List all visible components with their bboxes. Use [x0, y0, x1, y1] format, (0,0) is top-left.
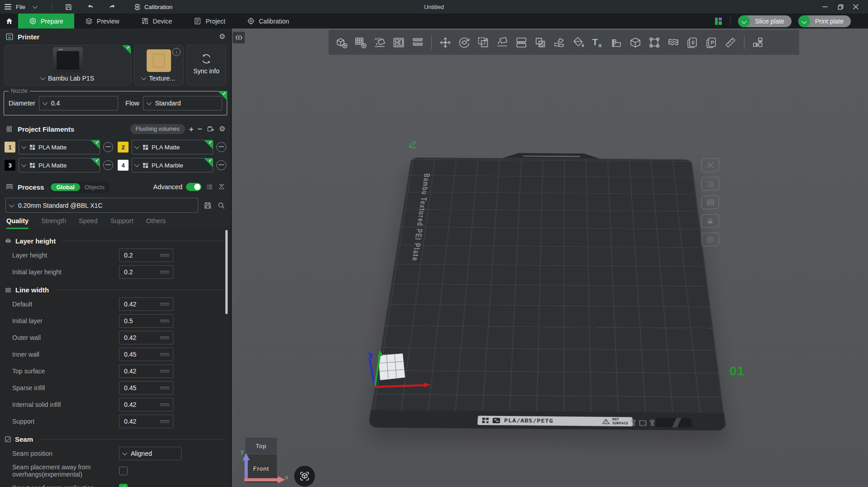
remove-filament-button[interactable]: − [198, 125, 202, 133]
process-scope-toggle[interactable]: Global Objects [50, 181, 110, 193]
plate-settings-button[interactable] [701, 232, 719, 247]
calibration-doc-tab[interactable]: Calibration [134, 3, 172, 11]
settings-panel[interactable]: Layer height Layer height 0.2mm Initial … [0, 229, 231, 487]
minimize-button[interactable] [817, 0, 833, 14]
tab-calibration[interactable]: Calibration [236, 14, 300, 29]
lock-plate-button[interactable] [701, 214, 719, 228]
tune-icon[interactable] [218, 183, 225, 191]
close-button[interactable] [848, 0, 863, 14]
color-painting-icon[interactable] [550, 32, 569, 53]
variable-layer-height-icon[interactable] [607, 32, 626, 53]
scope-global[interactable]: Global [51, 183, 80, 191]
filament-4-select[interactable]: PLA Marble [132, 158, 213, 172]
process-preset-select[interactable]: 0.20mm Standard @BBL X1C [5, 198, 198, 213]
plate-type-card[interactable]: i Texture... [134, 45, 184, 86]
add-model-icon[interactable] [332, 32, 351, 53]
split-to-parts-icon[interactable] [531, 32, 550, 53]
line-width-sparse-infill-input[interactable]: 0.45mm [119, 381, 173, 395]
doc-p-icon[interactable]: P [702, 32, 721, 53]
seam-position-select[interactable]: Aligned [119, 447, 181, 460]
cut-icon[interactable] [512, 32, 531, 53]
split-objects-icon[interactable] [408, 32, 427, 53]
sync-info-card[interactable]: Sync info [186, 45, 226, 86]
filament-settings-gear-icon[interactable]: ⚙ [219, 125, 225, 133]
line-width-default-input[interactable]: 0.42mm [119, 297, 173, 311]
printer-select-card[interactable]: Bambu Lab P1S [5, 45, 131, 86]
flushing-volumes-button[interactable]: Flushing volumes [130, 124, 185, 134]
move-icon[interactable] [436, 32, 455, 53]
home-button[interactable] [0, 14, 18, 29]
file-menu-chevron[interactable] [30, 5, 42, 9]
plate-name-edit-icon[interactable] [407, 139, 418, 148]
tab-others[interactable]: Others [146, 217, 166, 229]
delete-plate-button[interactable] [701, 158, 719, 172]
nozzle-diameter-select[interactable]: 0.4 [39, 96, 118, 110]
measure-icon[interactable] [721, 32, 740, 53]
tab-support[interactable]: Support [110, 217, 134, 229]
smart-scarf-checkbox[interactable] [119, 484, 128, 487]
view-reset-button[interactable] [294, 466, 315, 487]
printer-settings-gear-icon[interactable]: ⚙ [219, 33, 225, 40]
panel-collapse-handle[interactable] [233, 32, 245, 43]
assembly-view-icon[interactable] [749, 32, 768, 53]
filament-1-select[interactable]: PLA Matte [19, 140, 100, 154]
auto-orient-icon[interactable]: AUTO [370, 32, 389, 53]
paint-bucket-icon[interactable] [569, 32, 588, 53]
orientation-cube[interactable]: Top Front [245, 438, 277, 482]
search-preset-icon[interactable] [217, 201, 225, 210]
filament-1-edit-button[interactable] [103, 142, 113, 152]
initial-layer-height-input[interactable]: 0.2mm [119, 265, 173, 279]
line-width-inner-wall-input[interactable]: 0.45mm [119, 348, 173, 361]
arrange-icon[interactable] [389, 32, 408, 53]
filament-4-chip[interactable]: 4 [118, 160, 129, 171]
menu-icon[interactable] [5, 4, 11, 10]
scope-objects[interactable]: Objects [80, 183, 109, 191]
ams-sync-icon[interactable] [206, 125, 215, 133]
rotate-icon[interactable] [455, 32, 474, 53]
support-painting-icon[interactable] [645, 32, 664, 53]
redo-button[interactable] [105, 2, 119, 12]
cube-face-front[interactable]: Front [245, 454, 277, 482]
tab-speed[interactable]: Speed [79, 217, 98, 229]
tab-quality[interactable]: Quality [6, 217, 29, 229]
layer-height-input[interactable]: 0.2mm [119, 248, 173, 262]
settings-scrollbar[interactable] [225, 230, 228, 314]
add-filament-button[interactable]: + [189, 125, 194, 133]
doc-zero-icon[interactable]: 0 [683, 32, 702, 53]
filament-3-edit-button[interactable] [103, 160, 113, 170]
slice-options-chevron-icon[interactable] [738, 15, 750, 27]
file-menu[interactable]: File [16, 4, 25, 10]
filament-4-edit-button[interactable] [216, 160, 226, 170]
plate-layout-icon[interactable] [715, 18, 722, 25]
filament-2-edit-button[interactable] [216, 142, 226, 152]
scale-icon[interactable] [474, 32, 493, 53]
parameter-list-icon[interactable] [205, 183, 214, 191]
line-width-initial-layer-input[interactable]: 0.5mm [119, 314, 173, 328]
tab-prepare[interactable]: Prepare [18, 14, 74, 29]
tab-preview[interactable]: Preview [74, 14, 130, 29]
advanced-toggle[interactable] [186, 183, 201, 191]
layers-wave-icon[interactable] [664, 32, 683, 53]
save-preset-icon[interactable] [204, 201, 212, 210]
filament-1-chip[interactable]: 1 [5, 142, 15, 153]
line-width-outer-wall-input[interactable]: 0.42mm [119, 331, 173, 344]
mesh-boolean-icon[interactable] [626, 32, 645, 53]
line-width-top-surface-input[interactable]: 0.42mm [119, 364, 173, 378]
seam-overhang-checkbox[interactable] [119, 467, 128, 475]
auto-orient-plate-button[interactable]: AUTO [701, 177, 719, 191]
tab-project[interactable]: Project [183, 14, 236, 29]
line-width-internal-solid-input[interactable]: 0.42mm [119, 398, 173, 411]
add-plate-icon[interactable] [351, 32, 370, 53]
filament-3-select[interactable]: PLA Matte [19, 158, 100, 172]
plate-info-icon[interactable]: i [172, 48, 181, 56]
line-width-support-input[interactable]: 0.42mm [119, 415, 173, 428]
nozzle-flow-select[interactable]: Standard [143, 96, 222, 110]
restore-button[interactable] [833, 0, 848, 14]
undo-button[interactable] [84, 2, 97, 12]
tab-device[interactable]: Device [130, 14, 183, 29]
filament-2-select[interactable]: PLA Matte [132, 140, 213, 154]
cube-face-top[interactable]: Top [245, 438, 277, 454]
save-button[interactable] [62, 2, 76, 12]
filament-3-chip[interactable]: 3 [5, 160, 15, 171]
print-plate-button[interactable]: Print plate [798, 15, 851, 27]
